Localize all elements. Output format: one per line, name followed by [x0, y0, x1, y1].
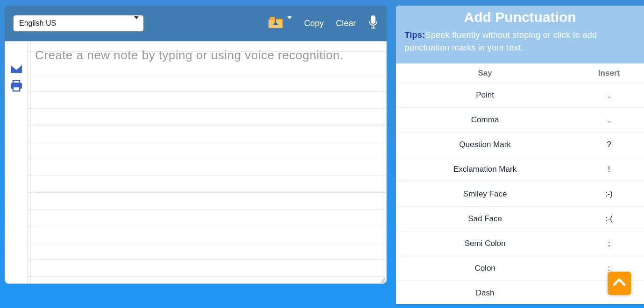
note-panel: English US Copy Clear	[5, 6, 387, 308]
scroll-to-top-button[interactable]	[608, 272, 631, 295]
col-insert: Insert	[574, 69, 644, 78]
print-icon[interactable]	[10, 80, 23, 94]
microphone-icon[interactable]	[368, 15, 378, 31]
svg-rect-6	[13, 87, 20, 91]
punctuation-say: Dash	[396, 288, 574, 298]
folder-dropdown[interactable]	[268, 16, 292, 31]
punctuation-say: Colon	[396, 264, 574, 273]
punctuation-row[interactable]: Dash-	[396, 281, 644, 304]
tips-label: Tips:	[404, 30, 425, 40]
punctuation-header: Add Punctuation Tips:Speek fluently with…	[396, 6, 644, 63]
svg-rect-4	[13, 80, 20, 83]
language-select[interactable]: English US	[13, 15, 144, 32]
punctuation-title: Add Punctuation	[404, 9, 636, 25]
chevron-up-icon	[612, 278, 626, 289]
punctuation-row[interactable]: Smiley Face:-)	[396, 182, 644, 207]
language-selected-label: English US	[19, 19, 56, 28]
svg-rect-1	[371, 16, 375, 23]
punctuation-insert: !	[574, 165, 644, 174]
svg-rect-0	[275, 19, 276, 22]
punctuation-insert: :-(	[574, 214, 644, 224]
punctuation-say: Exclamation Mark	[396, 165, 574, 174]
copy-button[interactable]: Copy	[304, 19, 324, 28]
punctuation-row[interactable]: Exclamation Mark!	[396, 157, 644, 182]
punctuation-insert: :-)	[574, 189, 644, 199]
punctuation-row[interactable]: Sad Face:-(	[396, 207, 644, 231]
folder-icon	[268, 16, 283, 31]
note-area: Create a new note by typing or using voi…	[5, 41, 387, 284]
punctuation-say: Comma	[396, 115, 574, 125]
clear-button[interactable]: Clear	[336, 19, 356, 28]
note-gutter	[5, 42, 28, 283]
note-placeholder: Create a new note by typing or using voi…	[35, 48, 379, 63]
punctuation-row[interactable]: Semi Colon;	[396, 231, 644, 256]
note-textarea[interactable]: Create a new note by typing or using voi…	[28, 42, 386, 283]
punctuation-row[interactable]: Question Mark?	[396, 133, 644, 157]
svg-point-7	[19, 84, 21, 86]
punctuation-say: Smiley Face	[396, 189, 574, 199]
col-say: Say	[396, 69, 574, 78]
punctuation-row[interactable]: Point.	[396, 83, 644, 108]
punctuation-insert: ?	[574, 140, 644, 149]
punctuation-table: Say Insert Point.Comma,Question Mark?Exc…	[396, 63, 644, 304]
punctuation-insert: .	[574, 91, 644, 100]
tips-line: Tips:Speek fluently without stoping or c…	[404, 29, 636, 54]
chevron-down-icon	[287, 19, 292, 28]
punctuation-say: Point	[396, 91, 574, 100]
punctuation-panel: Add Punctuation Tips:Speek fluently with…	[396, 6, 644, 304]
punctuation-table-head: Say Insert	[396, 63, 644, 83]
punctuation-insert: ;	[574, 239, 644, 248]
punctuation-row[interactable]: Colon:	[396, 256, 644, 281]
resize-handle[interactable]	[379, 276, 385, 282]
email-icon[interactable]	[10, 64, 23, 76]
punctuation-say: Semi Colon	[396, 239, 574, 248]
chevron-down-icon	[134, 19, 139, 28]
punctuation-insert: ,	[574, 115, 644, 125]
punctuation-row[interactable]: Comma,	[396, 108, 644, 133]
toolbar: English US Copy Clear	[5, 6, 387, 41]
punctuation-say: Question Mark	[396, 140, 574, 149]
tips-text: Speek fluently without stoping or click …	[404, 30, 597, 52]
toolbar-cluster: Copy Clear	[268, 15, 378, 31]
punctuation-say: Sad Face	[396, 214, 574, 224]
